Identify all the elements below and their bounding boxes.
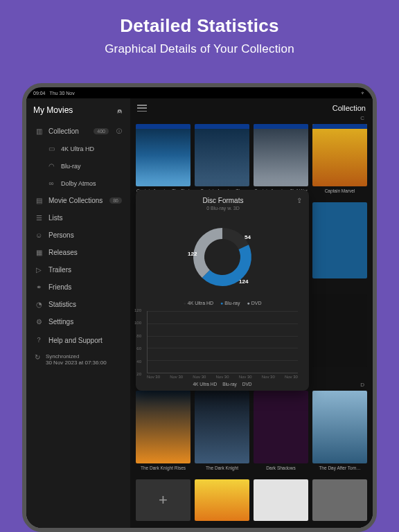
friends-icon: ⚭ [35, 283, 43, 291]
legend-dvd: DVD [242, 382, 252, 387]
sidebar-title: My Movies [33, 105, 73, 115]
count-badge: 400 [94, 128, 109, 134]
wifi-icon: ᯤ [361, 91, 366, 96]
sidebar-item-releases[interactable]: ▦ Releases [33, 245, 123, 260]
poster-grid: The Dark Knight RisesThe Dark KnightDark… [130, 388, 373, 477]
poster-tile[interactable] [312, 202, 367, 292]
sidebar-item-dolby[interactable]: ∞ Dolby Atmos [33, 175, 123, 191]
sidebar-item-help[interactable]: ？ Help and Support [33, 331, 123, 349]
main-header: Collection [130, 98, 373, 115]
stats-title: Disc Formats [150, 197, 296, 204]
menu-icon[interactable] [137, 105, 147, 112]
y-axis-labels: 12010080604020 [133, 308, 141, 376]
line-chart [147, 311, 298, 373]
sidebar-item-4kuhd[interactable]: ▭ 4K Ultra HD [33, 141, 123, 157]
legend-br: Blu-ray [222, 382, 237, 387]
sidebar-item-trailers[interactable]: ▷ Trailers [33, 262, 123, 278]
statistics-card: Disc Formats 0 Blu-ray w. 3D ⇪ 54 12 [136, 190, 309, 391]
donut-legend: 4K Ultra HD Blu-ray DVD [143, 301, 302, 305]
legend-br: Blu-ray [220, 301, 240, 305]
sidebar-item-collection[interactable]: ▥ Collection 400 ⓘ [33, 123, 123, 139]
promo-title: Detailed Statistics [0, 15, 399, 37]
add-button[interactable]: + [136, 479, 190, 521]
poster-tile[interactable]: Dark Shadows [254, 391, 308, 477]
stats-subtitle: 0 Blu-ray w. 3D [150, 206, 296, 211]
sidebar-item-settings[interactable]: ⚙ Settings [33, 314, 123, 330]
poster-tile[interactable]: Captain America: Civil War [254, 124, 308, 200]
lists-icon: ☰ [35, 214, 43, 222]
sidebar: My Movies ⍝ ▥ Collection 400 ⓘ ▭ 4K Ultr… [26, 98, 130, 528]
count-badge: 86 [109, 197, 122, 204]
help-icon: ？ [35, 335, 43, 345]
sync-time: 30 Nov 2023 at 07:36:00 [46, 360, 107, 366]
poster-tile[interactable] [195, 479, 249, 521]
sidebar-item-label: Persons [48, 231, 74, 239]
sidebar-item-label: Blu-ray [61, 163, 81, 170]
poster-tile[interactable]: Captain America: The First Avenger [136, 124, 190, 200]
sidebar-item-label: Movie Collections [48, 197, 103, 204]
profile-icon[interactable]: ⍝ [115, 105, 123, 115]
back-icon[interactable] [143, 197, 150, 211]
sidebar-item-label: Lists [48, 214, 63, 222]
sidebar-header: My Movies ⍝ [33, 105, 123, 115]
poster-tile[interactable]: The Dark Knight Rises [136, 391, 190, 477]
status-date: Thu 30 Nov [50, 91, 75, 96]
status-bar: 09:04 Thu 30 Nov ᯤ [26, 87, 373, 98]
sidebar-item-moviecollections[interactable]: ▤ Movie Collections 86 [33, 193, 123, 209]
info-icon[interactable]: ⓘ [116, 127, 122, 135]
poster-tile[interactable] [254, 479, 308, 521]
poster-tile[interactable]: The Dark Knight [195, 391, 249, 477]
poster-tile[interactable] [312, 294, 367, 380]
main-panel: Collection C Captain America: The First … [130, 98, 373, 528]
donut-value-dvd: 122 [188, 251, 197, 257]
donut-value-br: 124 [239, 278, 249, 285]
tablet-frame: 09:04 Thu 30 Nov ᯤ My Movies ⍝ ▥ Collect… [22, 83, 377, 532]
gear-icon: ⚙ [35, 318, 43, 326]
legend-uhd: 4K Ultra HD [184, 301, 214, 305]
dolby-icon: ∞ [47, 179, 55, 187]
poster-caption: The Day After Tom… [319, 466, 360, 477]
line-legend: 4K Ultra HD Blu-ray DVD [143, 382, 302, 387]
sidebar-item-label: Releases [48, 249, 78, 256]
legend-uhd: 4K Ultra HD [193, 382, 217, 387]
section-letter-c: C [130, 115, 373, 121]
poster-caption: The Dark Knight Rises [141, 466, 186, 477]
x-axis-labels: Nov 30Nov 30Nov 30Nov 30Nov 30Nov 30Nov … [147, 375, 298, 379]
legend-dvd: DVD [247, 301, 261, 305]
sync-status[interactable]: ↻ Synchronized 30 Nov 2023 at 07:36:00 [33, 353, 123, 366]
sidebar-item-label: Collection [48, 127, 79, 135]
poster-tile[interactable]: Captain America: The Winter Soldier [195, 124, 249, 200]
sidebar-item-label: Statistics [48, 301, 76, 308]
sidebar-item-statistics[interactable]: ◔ Statistics [33, 296, 123, 312]
sidebar-item-bluray[interactable]: ◠ Blu-ray [33, 158, 123, 174]
collections-icon: ▤ [35, 197, 43, 204]
sidebar-item-label: 4K Ultra HD [61, 145, 94, 152]
sidebar-item-label: Dolby Atmos [61, 180, 96, 187]
promo-subtitle: Graphical Details of Your Collection [0, 42, 399, 56]
sidebar-item-label: Settings [48, 318, 73, 326]
donut-value-uhd: 54 [245, 234, 251, 240]
app-root: My Movies ⍝ ▥ Collection 400 ⓘ ▭ 4K Ultr… [26, 98, 373, 528]
poster-tile[interactable]: The Day After Tom… [312, 391, 367, 477]
page-title: Collection [332, 104, 366, 112]
sidebar-item-label: Help and Support [48, 337, 103, 344]
poster-grid: + [130, 477, 373, 521]
sync-icon: ↻ [33, 353, 42, 361]
bluray-icon: ◠ [47, 162, 55, 170]
sidebar-item-lists[interactable]: ☰ Lists [33, 210, 123, 226]
calendar-icon: ▦ [35, 249, 43, 256]
collection-icon: ▥ [35, 127, 43, 135]
share-icon[interactable]: ⇪ [296, 197, 302, 211]
trailers-icon: ▷ [35, 266, 43, 274]
poster-caption: Captain Marvel [325, 188, 355, 200]
statistics-icon: ◔ [35, 301, 43, 308]
status-time: 09:04 [33, 91, 46, 96]
sidebar-item-persons[interactable]: ☺ Persons [33, 227, 123, 243]
poster-grid: Captain America: The First AvengerCaptai… [130, 121, 373, 200]
poster-tile[interactable] [312, 479, 367, 521]
poster-tile[interactable]: Captain Marvel [312, 124, 367, 200]
sidebar-item-friends[interactable]: ⚭ Friends [33, 279, 123, 295]
donut-chart: 54 124 122 [143, 219, 302, 295]
sync-label: Synchronized [46, 353, 107, 360]
sidebar-item-label: Friends [48, 283, 71, 291]
